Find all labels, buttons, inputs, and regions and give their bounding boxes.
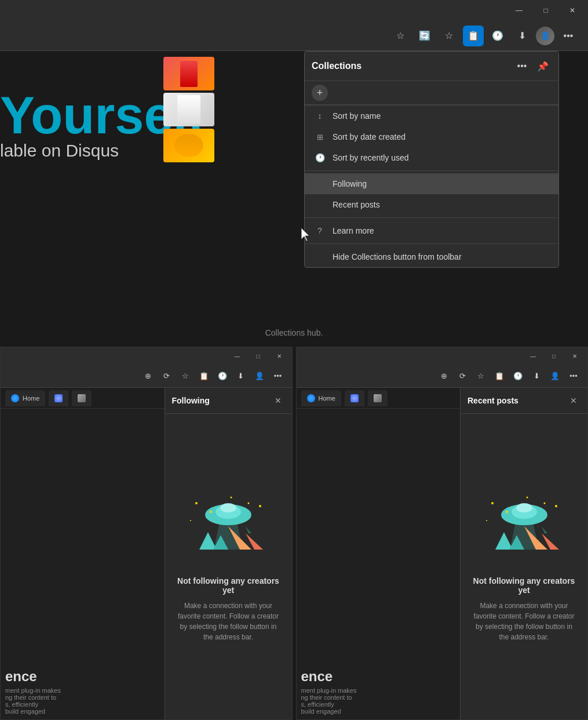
bottom-right-tab-home[interactable]: Home: [301, 390, 341, 406]
bl-history-icon[interactable]: 🕐: [214, 368, 231, 384]
bl-refresh-icon[interactable]: ⟳: [159, 368, 175, 384]
collections-icon[interactable]: 📋: [463, 26, 484, 46]
recent-posts-panel-body: Not following any creators yet Make a co…: [461, 414, 587, 719]
favorites-icon[interactable]: ☆: [390, 26, 411, 46]
close-button[interactable]: ✕: [559, 0, 586, 21]
r-home-tab-favicon: [307, 394, 315, 402]
background-text-disqus: lable on Disqus: [0, 141, 119, 161]
bottom-left-minimize[interactable]: —: [227, 348, 248, 364]
top-toolbar: ☆ 🔄 ☆ 📋 🕐 ⬇ 👤 •••: [0, 21, 588, 51]
br-history-icon[interactable]: 🕐: [510, 368, 526, 384]
collections-dropdown-menu: ↕ Sort by name ⊞ Sort by date created 🕐 …: [305, 105, 558, 267]
bottom-right-titlebar: — □ ✕: [297, 347, 588, 365]
recent-posts-panel-title: Recent posts: [468, 396, 567, 405]
bottom-left-maximize[interactable]: □: [248, 348, 269, 364]
menu-item-following[interactable]: Following: [305, 173, 558, 194]
menu-item-recent-posts[interactable]: Recent posts: [305, 194, 558, 215]
collections-header: Collections ••• 📌: [305, 52, 558, 81]
recent-posts-panel-close[interactable]: ✕: [567, 394, 580, 408]
bottom-left-window: — □ ✕ ⊕ ⟳ ☆ 📋 🕐 ⬇ 👤 ••• Home: [0, 347, 293, 720]
menu-divider-1: [305, 170, 558, 171]
menu-item-hide-button[interactable]: Hide Collections button from toolbar: [305, 246, 558, 267]
bottom-left-titlebar: — □ ✕: [1, 347, 292, 365]
menu-item-hide-button-label: Hide Collections button from toolbar: [333, 252, 462, 261]
refresh-icon[interactable]: 🔄: [414, 26, 435, 46]
following-panel-body: Not following any creators yet Make a co…: [165, 414, 292, 719]
bottom-right-minimize[interactable]: —: [523, 348, 543, 364]
svg-marker-13: [246, 526, 251, 533]
collection-thumbnails: [163, 57, 214, 162]
bl-profile-icon[interactable]: 👤: [251, 368, 268, 384]
bottom-right-tab-3[interactable]: [368, 390, 388, 406]
br-favorites-icon[interactable]: ☆: [473, 368, 489, 384]
recent-posts-panel-header: Recent posts ✕: [461, 388, 587, 414]
bl-favorites-icon[interactable]: ☆: [177, 368, 193, 384]
svg-rect-8: [185, 550, 272, 567]
svg-point-19: [486, 520, 487, 521]
collections-title: Collections: [312, 61, 513, 71]
more-tools-icon[interactable]: •••: [558, 26, 579, 46]
collections-pin-button[interactable]: 📌: [534, 57, 552, 75]
svg-point-14: [210, 511, 212, 513]
br-refresh-icon[interactable]: ⟳: [454, 368, 470, 384]
br-collections-icon[interactable]: 📋: [491, 368, 507, 384]
svg-point-2: [259, 505, 261, 507]
bottom-left-close[interactable]: ✕: [269, 348, 290, 364]
menu-item-learn-more[interactable]: ? Learn more: [305, 220, 558, 241]
recent-posts-side-panel: Recent posts ✕: [460, 388, 587, 719]
maximize-button[interactable]: □: [532, 0, 559, 21]
br-more-icon[interactable]: •••: [565, 368, 582, 384]
tab2-img: [54, 394, 63, 402]
bl-nav-icon-1[interactable]: ⊕: [140, 368, 156, 384]
r-home-tab-label: Home: [319, 395, 335, 402]
svg-point-22: [516, 503, 532, 512]
menu-item-sort-name-label: Sort by name: [333, 111, 381, 121]
bottom-right-maximize[interactable]: □: [543, 348, 564, 364]
r-tab2-img: [350, 394, 359, 402]
profile-avatar[interactable]: 👤: [536, 27, 554, 45]
history-icon[interactable]: 🕐: [487, 26, 508, 46]
collections-add-button[interactable]: +: [312, 85, 328, 101]
bottom-right-tab-2[interactable]: [345, 390, 364, 406]
bottom-right-bg-heading: ence: [301, 668, 357, 685]
collections-hub-text: Collections hub.: [265, 328, 323, 337]
home-tab-label: Home: [23, 395, 39, 402]
bottom-left-tab-home[interactable]: Home: [5, 390, 45, 406]
bottom-right-close[interactable]: ✕: [564, 348, 585, 364]
svg-point-16: [491, 502, 494, 504]
menu-item-sort-date[interactable]: ⊞ Sort by date created: [305, 126, 558, 147]
menu-divider-3: [305, 243, 558, 244]
menu-item-sort-recent[interactable]: 🕐 Sort by recently used: [305, 147, 558, 168]
menu-divider-2: [305, 217, 558, 218]
following-panel-close[interactable]: ✕: [271, 394, 285, 408]
r-tab3-img: [374, 394, 382, 402]
bottom-section: — □ ✕ ⊕ ⟳ ☆ 📋 🕐 ⬇ 👤 ••• Home: [0, 347, 588, 720]
reading-list-icon[interactable]: ☆: [439, 26, 459, 46]
br-profile-icon[interactable]: 👤: [547, 368, 563, 384]
menu-item-learn-more-label: Learn more: [333, 226, 374, 235]
downloads-icon[interactable]: ⬇: [512, 26, 532, 46]
following-empty-title: Not following any creators yet: [177, 576, 280, 595]
bl-more-icon[interactable]: •••: [270, 368, 286, 384]
bottom-right-window: — □ ✕ ⊕ ⟳ ☆ 📋 🕐 ⬇ 👤 ••• Home: [296, 347, 589, 720]
svg-point-1: [231, 496, 232, 498]
following-panel-title: Following: [172, 396, 271, 405]
menu-item-following-label: Following: [333, 179, 367, 188]
svg-marker-9: [199, 532, 217, 550]
bl-collections-icon[interactable]: 📋: [196, 368, 212, 384]
bl-downloads-icon[interactable]: ⬇: [233, 368, 249, 384]
br-downloads-icon[interactable]: ⬇: [528, 368, 545, 384]
recent-posts-empty-title: Not following any creators yet: [472, 576, 576, 595]
collections-more-button[interactable]: •••: [513, 57, 531, 75]
bottom-left-tab-2[interactable]: [49, 390, 68, 406]
bottom-left-bg-lines: ment plug-in makes ng their content to s…: [5, 687, 61, 715]
br-nav-icon-1[interactable]: ⊕: [436, 368, 452, 384]
bottom-left-tab-3[interactable]: [72, 390, 92, 406]
following-panel-header: Following ✕: [165, 388, 292, 414]
minimize-button[interactable]: —: [506, 0, 532, 21]
sort-date-icon: ⊞: [314, 133, 326, 141]
svg-point-18: [555, 505, 557, 507]
menu-item-sort-name[interactable]: ↕ Sort by name: [305, 106, 558, 126]
svg-point-17: [526, 496, 528, 498]
sort-recent-icon: 🕐: [314, 153, 326, 162]
